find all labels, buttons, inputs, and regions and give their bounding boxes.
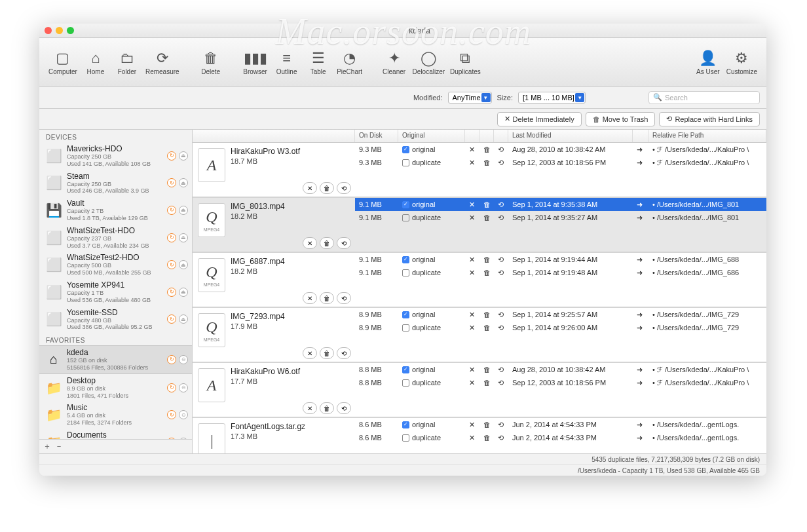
group-delete-button[interactable]: ✕ bbox=[303, 182, 317, 194]
cleaner-button[interactable]: ✦Cleaner bbox=[379, 43, 410, 82]
trash-cell-button[interactable]: 🗑 bbox=[479, 145, 494, 153]
refresh-icon[interactable]: ↻ bbox=[167, 260, 176, 269]
sidebar-device-item[interactable]: ⬜ WhatSizeTest-HDOCapacity 237 GBUsed 3.… bbox=[39, 224, 192, 252]
checkbox-icon[interactable] bbox=[402, 421, 409, 428]
original-cell[interactable]: duplicate bbox=[398, 379, 465, 387]
link-cell-button[interactable]: ⟲ bbox=[494, 421, 508, 429]
trash-cell-button[interactable]: 🗑 bbox=[479, 434, 494, 442]
checkbox-icon[interactable] bbox=[402, 324, 409, 332]
refresh-icon[interactable]: ↻ bbox=[167, 151, 176, 161]
remove-icon[interactable]: ⊖ bbox=[179, 410, 188, 419]
sidebar-device-item[interactable]: 💾 VaultCapacity 2 TBUsed 1.8 TB, Availab… bbox=[39, 197, 192, 224]
col-on-disk[interactable]: On Disk bbox=[355, 130, 398, 142]
duplicate-line[interactable]: 8.6 MB original ✕ 🗑 ⟲ Jun 2, 2014 at 4:5… bbox=[355, 418, 766, 431]
refresh-icon[interactable]: ↻ bbox=[167, 410, 176, 419]
group-trash-button[interactable]: 🗑 bbox=[320, 347, 334, 359]
remove-icon[interactable]: ⊖ bbox=[179, 355, 188, 364]
size-select[interactable]: [1 MB ... 10 MB] bbox=[518, 92, 586, 104]
sidebar-favorite-item[interactable]: 📁 Music5.4 GB on disk2184 Files, 3274 Fo… bbox=[39, 401, 192, 428]
original-cell[interactable]: original bbox=[398, 366, 465, 374]
arrow-icon[interactable]: ➜ bbox=[633, 434, 648, 442]
trash-cell-button[interactable]: 🗑 bbox=[479, 200, 494, 208]
refresh-icon[interactable]: ↻ bbox=[167, 178, 176, 187]
arrow-icon[interactable]: ➜ bbox=[633, 366, 648, 374]
original-cell[interactable]: duplicate bbox=[398, 159, 465, 167]
group-delete-button[interactable]: ✕ bbox=[303, 402, 317, 414]
eject-icon[interactable]: ⏏ bbox=[179, 151, 188, 161]
asuser-button[interactable]: 👤As User bbox=[692, 43, 724, 82]
delete-cell-button[interactable]: ✕ bbox=[465, 324, 479, 332]
group-delete-button[interactable]: ✕ bbox=[303, 292, 317, 304]
outline-button[interactable]: ≡Outline bbox=[271, 43, 303, 82]
eject-icon[interactable]: ⏏ bbox=[179, 260, 188, 269]
eject-icon[interactable]: ⏏ bbox=[179, 314, 188, 324]
duplicate-line[interactable]: 9.1 MB original ✕ 🗑 ⟲ Sep 1, 2014 at 9:1… bbox=[355, 253, 766, 266]
col-relative-path[interactable]: Relative File Path bbox=[648, 130, 766, 142]
checkbox-icon[interactable] bbox=[402, 269, 409, 276]
duplicate-line[interactable]: 8.8 MB original ✕ 🗑 ⟲ Aug 28, 2010 at 10… bbox=[355, 363, 766, 376]
eject-icon[interactable]: ⏏ bbox=[179, 178, 188, 187]
remove-icon[interactable]: ⊖ bbox=[179, 383, 188, 392]
trash-cell-button[interactable]: 🗑 bbox=[479, 159, 494, 166]
group-link-button[interactable]: ⟲ bbox=[337, 292, 351, 304]
remove-button[interactable]: － bbox=[55, 441, 63, 452]
checkbox-icon[interactable] bbox=[402, 159, 409, 166]
browser-button[interactable]: ▮▮▮Browser bbox=[240, 43, 271, 82]
folder-button[interactable]: 🗀Folder bbox=[111, 43, 143, 82]
duplicate-line[interactable]: 8.9 MB original ✕ 🗑 ⟲ Sep 1, 2014 at 9:2… bbox=[355, 308, 766, 321]
delete-cell-button[interactable]: ✕ bbox=[465, 421, 479, 429]
link-cell-button[interactable]: ⟲ bbox=[494, 366, 508, 374]
delete-cell-button[interactable]: ✕ bbox=[465, 214, 479, 222]
duplicate-line[interactable]: 8.6 MB duplicate ✕ 🗑 ⟲ Jun 2, 2014 at 4:… bbox=[355, 431, 766, 444]
sidebar-device-item[interactable]: ⬜ Mavericks-HDOCapacity 250 GBUsed 141 G… bbox=[39, 142, 192, 170]
original-cell[interactable]: original bbox=[398, 311, 465, 319]
eject-icon[interactable]: ⏏ bbox=[179, 206, 188, 215]
move-to-trash-button[interactable]: 🗑Move to Trash bbox=[586, 112, 656, 126]
checkbox-icon[interactable] bbox=[402, 256, 409, 263]
link-cell-button[interactable]: ⟲ bbox=[494, 159, 508, 167]
arrow-icon[interactable]: ➜ bbox=[633, 145, 648, 154]
group-trash-button[interactable]: 🗑 bbox=[320, 292, 334, 304]
trash-cell-button[interactable]: 🗑 bbox=[479, 421, 494, 428]
group-link-button[interactable]: ⟲ bbox=[337, 237, 351, 249]
group-delete-button[interactable]: ✕ bbox=[303, 347, 317, 359]
original-cell[interactable]: duplicate bbox=[398, 324, 465, 332]
group-link-button[interactable]: ⟲ bbox=[337, 182, 351, 194]
duplicate-group[interactable]: QMPEG4 IMG_8013.mp4 18.2 MB ✕ 🗑 ⟲ 9.1 MB… bbox=[193, 198, 766, 253]
duplicate-line[interactable]: 9.3 MB duplicate ✕ 🗑 ⟲ Sep 12, 2003 at 1… bbox=[355, 156, 766, 169]
add-button[interactable]: ＋ bbox=[43, 441, 51, 452]
delete-cell-button[interactable]: ✕ bbox=[465, 434, 479, 442]
customize-button[interactable]: ⚙Customize bbox=[724, 43, 760, 82]
zoom-icon[interactable] bbox=[67, 27, 74, 34]
delete-cell-button[interactable]: ✕ bbox=[465, 366, 479, 374]
trash-cell-button[interactable]: 🗑 bbox=[479, 214, 494, 221]
arrow-icon[interactable]: ➜ bbox=[633, 200, 648, 209]
sidebar-favorite-item[interactable]: 📁 Desktop8.9 GB on disk1801 Files, 471 F… bbox=[39, 374, 192, 402]
group-link-button[interactable]: ⟲ bbox=[337, 347, 351, 359]
duplicate-line[interactable]: 9.3 MB original ✕ 🗑 ⟲ Aug 28, 2010 at 10… bbox=[355, 143, 766, 156]
trash-cell-button[interactable]: 🗑 bbox=[479, 269, 494, 276]
original-cell[interactable]: original bbox=[398, 421, 465, 429]
group-trash-button[interactable]: 🗑 bbox=[320, 402, 334, 414]
minimize-icon[interactable] bbox=[56, 27, 63, 34]
trash-cell-button[interactable]: 🗑 bbox=[479, 256, 494, 263]
sidebar-device-item[interactable]: ⬜ WhatSizeTest2-HDOCapacity 500 GBUsed 5… bbox=[39, 251, 192, 278]
original-cell[interactable]: duplicate bbox=[398, 214, 465, 222]
checkbox-icon[interactable] bbox=[402, 366, 409, 373]
col-original[interactable]: Original bbox=[398, 130, 465, 142]
delete-cell-button[interactable]: ✕ bbox=[465, 159, 479, 167]
link-cell-button[interactable]: ⟲ bbox=[494, 214, 508, 222]
duplicate-line[interactable]: 8.8 MB duplicate ✕ 🗑 ⟲ Sep 12, 2003 at 1… bbox=[355, 376, 766, 389]
close-icon[interactable] bbox=[45, 27, 52, 34]
checkbox-icon[interactable] bbox=[402, 214, 409, 221]
original-cell[interactable]: original bbox=[398, 145, 465, 154]
arrow-icon[interactable]: ➜ bbox=[633, 421, 648, 429]
link-cell-button[interactable]: ⟲ bbox=[494, 311, 508, 319]
sidebar-favorite-item[interactable]: 📁 Documents810 MB on disk6677 Files, 200… bbox=[39, 428, 192, 439]
home-button[interactable]: ⌂Home bbox=[80, 43, 111, 82]
refresh-icon[interactable]: ↻ bbox=[167, 206, 176, 215]
arrow-icon[interactable]: ➜ bbox=[633, 159, 648, 167]
duplicate-group[interactable]: A HiraKakuPro W6.otf 17.7 MB ✕ 🗑 ⟲ 8.8 M… bbox=[193, 363, 766, 418]
refresh-icon[interactable]: ↻ bbox=[167, 314, 176, 324]
sidebar-device-item[interactable]: ⬜ Yosemite XP941Capacity 1 TBUsed 536 GB… bbox=[39, 278, 192, 306]
